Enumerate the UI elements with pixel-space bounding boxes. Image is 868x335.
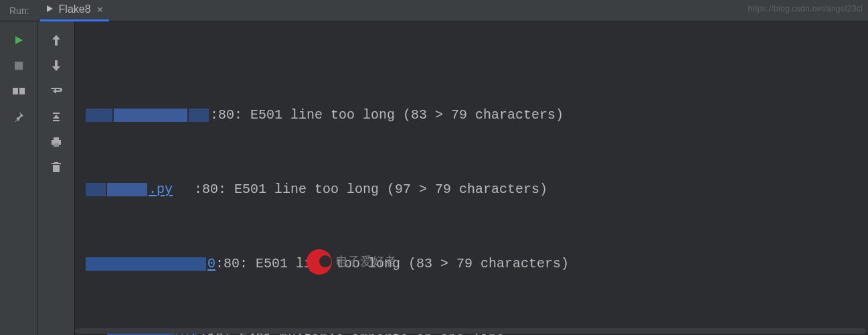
soft-wrap-icon[interactable] xyxy=(50,84,63,98)
run-toolbar-secondary xyxy=(37,21,75,335)
svg-rect-3 xyxy=(13,88,18,94)
console-output[interactable]: :80: E501 line too long (83 > 79 charact… xyxy=(75,21,868,335)
rerun-icon[interactable] xyxy=(12,34,25,47)
scroll-to-end-icon[interactable] xyxy=(50,110,63,123)
file-link[interactable]: .py xyxy=(86,177,194,202)
trash-icon[interactable] xyxy=(50,161,63,174)
tab-flake8[interactable]: Flake8 ✕ xyxy=(40,0,109,21)
layout-icon[interactable] xyxy=(12,84,25,98)
up-arrow-icon[interactable] xyxy=(50,34,63,47)
horizontal-scrollbar[interactable] xyxy=(75,328,865,334)
svg-rect-8 xyxy=(53,165,60,172)
print-icon[interactable] xyxy=(50,135,63,149)
svg-rect-2 xyxy=(15,62,23,70)
file-link[interactable] xyxy=(86,103,210,127)
svg-marker-0 xyxy=(47,5,53,12)
file-link[interactable]: 0 xyxy=(86,251,215,276)
down-arrow-icon[interactable] xyxy=(50,59,63,72)
svg-rect-4 xyxy=(19,88,25,94)
svg-rect-10 xyxy=(54,162,58,163)
output-line: 0:80: E501 line too long (83 > 79 charac… xyxy=(86,251,865,276)
watermark-text: 电子爱好者 xyxy=(336,253,396,269)
play-icon xyxy=(46,5,54,15)
svg-marker-1 xyxy=(15,36,23,44)
run-label: Run: xyxy=(9,5,29,16)
output-line: .py:80: E501 line too long (97 > 79 char… xyxy=(86,177,865,202)
csdn-watermark: https://blog.csdn.net/angel23cl xyxy=(748,4,863,13)
tab-label: Flake8 xyxy=(59,3,91,15)
pin-icon[interactable] xyxy=(12,110,25,123)
run-toolbar-primary xyxy=(0,21,37,335)
stop-icon[interactable] xyxy=(12,59,25,72)
svg-rect-7 xyxy=(54,143,59,147)
output-line: :80: E501 line too long (83 > 79 charact… xyxy=(86,103,865,127)
svg-rect-6 xyxy=(54,137,59,140)
watermark-logo xyxy=(307,249,332,275)
close-icon[interactable]: ✕ xyxy=(96,5,104,15)
